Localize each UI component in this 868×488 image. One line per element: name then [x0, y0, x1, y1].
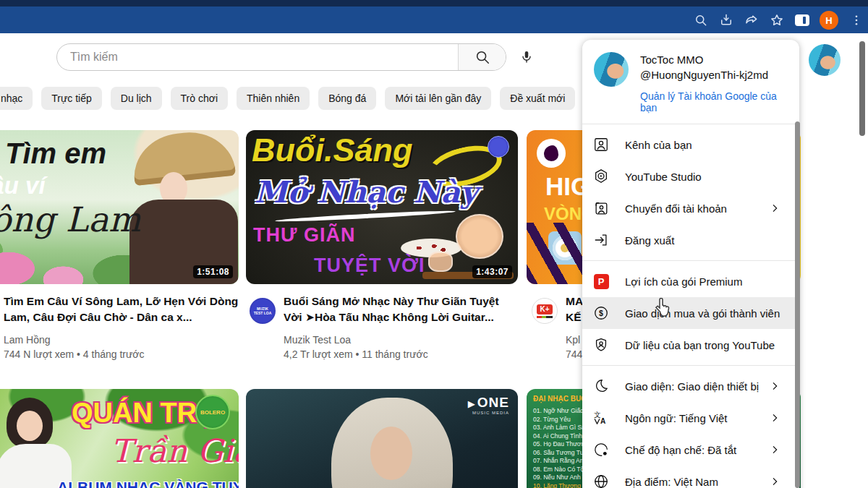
- logout-icon: [592, 231, 610, 249]
- thumb-figure: [17, 411, 43, 441]
- thumb-text: Trần Gian: [111, 432, 239, 469]
- video-meta: Tìm Em Câu Ví Sông Lam, Lỡ Hẹn Với Dòng …: [4, 294, 240, 361]
- thumb-text: TUYỆT VỜI: [314, 254, 425, 277]
- chevron-right-icon: [769, 412, 780, 424]
- thumb-text: câu ví: [0, 172, 46, 200]
- video-stats: 744 N lượt xem • 4 tháng trước: [4, 347, 240, 361]
- account-handle: @HuongNguyenThi-kj2md: [640, 67, 788, 82]
- filter-chips-row: Âm nhạc Trực tiếp Du lịch Trò chơi Thiên…: [0, 87, 575, 110]
- duration-badge: 1:51:08: [193, 265, 233, 278]
- search-bar: [56, 43, 506, 71]
- menu-scrollbar-thumb[interactable]: [795, 121, 800, 488]
- share-icon[interactable]: [744, 13, 759, 28]
- manage-google-account-link[interactable]: Quản lý Tài khoản Google của bạn: [640, 90, 788, 114]
- channel-watermark: [488, 136, 509, 158]
- search-icon[interactable]: [693, 13, 708, 28]
- menu-item-sign-out[interactable]: Đăng xuất: [582, 224, 799, 256]
- menu-item-language[interactable]: 文A Ngôn ngữ: Tiếng Việt: [582, 402, 799, 434]
- globe-icon: [592, 473, 610, 488]
- duration-badge: 1:43:07: [472, 265, 512, 278]
- svg-text:$: $: [599, 309, 603, 317]
- premier-league-logo: [537, 139, 566, 168]
- youtube-page: Âm nhạc Trực tiếp Du lịch Trò chơi Thiên…: [0, 33, 868, 488]
- menu-item-your-data[interactable]: Dữ liệu của bạn trong YouTube: [582, 329, 799, 361]
- video-thumbnail[interactable]: ONE MUSIC MEDIA: [246, 389, 518, 488]
- topbar-account-avatar[interactable]: [809, 44, 841, 76]
- channel-avatar-text: MUZIK TEST LOA: [252, 307, 273, 315]
- microphone-icon: [519, 50, 534, 64]
- voice-search-button[interactable]: [514, 44, 540, 70]
- one-music-media-logo: ONE MUSIC MEDIA: [468, 395, 509, 415]
- video-thumbnail[interactable]: QUÁN TRỌ Trần Gian ALBUM NHẠC VÀNG TUYỂN…: [0, 389, 239, 488]
- menu-section-settings: Giao diện: Giao diện thiết bị 文A Ngôn ng…: [582, 366, 799, 488]
- thumb-text: sông Lam: [0, 200, 141, 239]
- chip-moi-tai-len[interactable]: Mới tải lên gần đây: [385, 87, 491, 110]
- menu-item-restricted-mode[interactable]: Chế độ hạn chế: Đã tắt: [582, 434, 799, 466]
- chevron-right-icon: [769, 476, 780, 487]
- menu-item-location[interactable]: Địa điểm: Việt Nam: [582, 466, 799, 488]
- chip-am-nhac[interactable]: Âm nhạc: [0, 87, 33, 110]
- shield-person-icon: [592, 336, 610, 354]
- channel-avatar[interactable]: K+: [532, 298, 558, 324]
- dollar-circle-icon: $: [592, 304, 610, 322]
- channel-name[interactable]: Muzik Test Loa: [284, 333, 509, 347]
- svg-text:A: A: [600, 417, 606, 425]
- menu-item-youtube-studio[interactable]: YouTube Studio: [582, 160, 799, 192]
- account-menu: TocToc MMO @HuongNguyenThi-kj2md Quản lý…: [582, 40, 799, 488]
- browser-toolbar-icons: H: [693, 11, 864, 30]
- account-header: TocToc MMO @HuongNguyenThi-kj2md Quản lý…: [582, 40, 799, 124]
- download-icon[interactable]: [718, 13, 733, 28]
- channel-name[interactable]: Lam Hồng: [4, 333, 240, 347]
- menu-item-appearance[interactable]: Giao diện: Giao diện thiết bị: [582, 370, 799, 402]
- thumb-text: Buổi.Sáng: [252, 132, 413, 169]
- browser-toolbar: H: [0, 0, 868, 33]
- video-meta: Buổi Sáng Mở Nhạc Này Thư Giãn Tuyệt Vời…: [284, 294, 509, 361]
- channel-avatar-text: K+: [537, 304, 552, 314]
- chip-bong-da[interactable]: Bóng đá: [318, 87, 376, 110]
- chip-thien-nhien[interactable]: Thiên nhiên: [237, 87, 310, 110]
- video-title[interactable]: Tìm Em Câu Ví Sông Lam, Lỡ Hẹn Với Dòng …: [4, 294, 240, 325]
- chevron-right-icon: [769, 444, 780, 455]
- channel-avatar[interactable]: MUZIK TEST LOA: [250, 298, 276, 324]
- studio-icon: [592, 168, 610, 185]
- video-stats: 4,2 Tr lượt xem • 11 tháng trước: [284, 347, 509, 361]
- magnifier-icon: [475, 49, 490, 65]
- premium-icon: P: [592, 273, 610, 290]
- chip-du-lich[interactable]: Du lịch: [111, 87, 162, 110]
- search-input[interactable]: [57, 44, 458, 70]
- menu-section-purchases: P Lợi ích của gói Premium $ Giao dịch mu…: [582, 261, 799, 365]
- account-name: TocToc MMO: [640, 52, 788, 67]
- thumb-text: Tìm em: [5, 137, 106, 170]
- chevron-right-icon: [769, 380, 780, 392]
- menu-item-your-channel[interactable]: Kênh của bạn: [582, 129, 799, 160]
- moon-icon: [592, 377, 610, 395]
- teapot: [456, 214, 503, 259]
- translate-icon: 文A: [592, 409, 610, 427]
- video-title[interactable]: Buổi Sáng Mở Nhạc Này Thư Giãn Tuyệt Vời…: [284, 294, 509, 325]
- switch-account-icon: [592, 200, 610, 217]
- chip-truc-tiep[interactable]: Trực tiếp: [41, 87, 102, 110]
- chip-tro-choi[interactable]: Trò chơi: [171, 87, 228, 110]
- menu-section-account: Kênh của bạn YouTube Studio Chuyển đổi t…: [582, 124, 799, 260]
- search-button[interactable]: [458, 44, 506, 70]
- account-avatar[interactable]: [594, 52, 629, 87]
- split-screen-icon[interactable]: [794, 13, 809, 28]
- teacup: [428, 252, 453, 272]
- video-thumbnail[interactable]: Tìm em câu ví sông Lam 1:51:08: [0, 130, 239, 284]
- menu-item-purchases-memberships[interactable]: $ Giao dịch mua và gói thành viên: [582, 297, 799, 329]
- person-box-icon: [592, 136, 610, 153]
- video-thumbnail[interactable]: Buổi.Sáng Mở Nhạc Này THƯ GIÃN TUYỆT VỜI…: [246, 130, 518, 284]
- thumb-decoration: [275, 209, 456, 223]
- thumb-figure: [370, 427, 412, 480]
- thumb-text: ALBUM NHẠC VÀNG TUYỂN CHỌN: [57, 479, 239, 488]
- chip-de-xuat-moi[interactable]: Đề xuất mới: [500, 87, 575, 110]
- thumb-text: Mở Nhạc Này: [255, 175, 477, 210]
- menu-item-premium-benefits[interactable]: P Lợi ích của gói Premium: [582, 265, 799, 297]
- favorite-star-icon[interactable]: [769, 13, 784, 28]
- restricted-mode-icon: [592, 441, 610, 458]
- page-scrollbar-thumb[interactable]: [859, 41, 865, 136]
- menu-item-switch-account[interactable]: Chuyển đổi tài khoản: [582, 192, 799, 224]
- browser-profile-avatar[interactable]: H: [820, 11, 838, 30]
- bolero-badge: BOLERO: [195, 395, 230, 429]
- more-vertical-icon[interactable]: [848, 13, 864, 28]
